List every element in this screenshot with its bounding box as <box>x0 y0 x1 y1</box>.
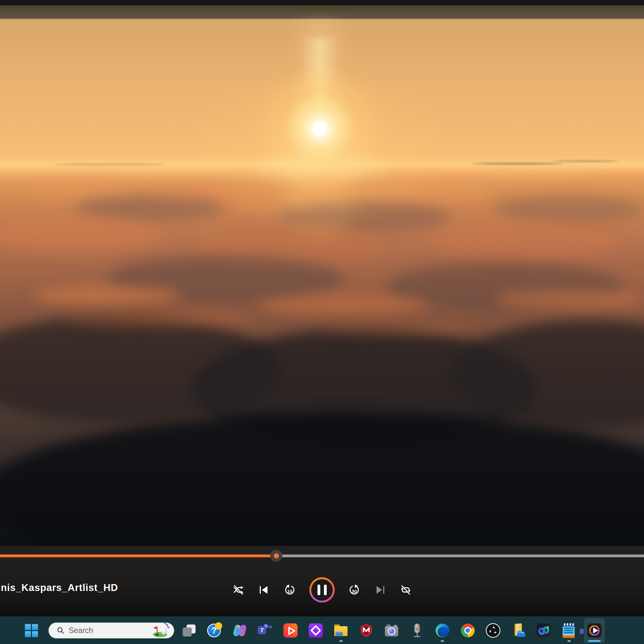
taskbar-app-chrome[interactable] <box>457 618 478 643</box>
taskbar-app-media-player-active[interactable] <box>584 618 605 643</box>
running-indicator <box>340 640 343 642</box>
shuffle-off-button[interactable] <box>232 584 245 596</box>
forward-seconds-label: 30 <box>348 589 360 594</box>
player-control-bar: inis_Kaspars_Artlist_HD <box>0 546 644 616</box>
seek-handle[interactable] <box>270 550 282 562</box>
screen: inis_Kaspars_Artlist_HD <box>0 0 644 644</box>
golf-flag-in-hole-icon <box>153 624 169 637</box>
windows-start-icon <box>24 623 39 638</box>
seek-bar[interactable] <box>0 554 644 557</box>
onedrive-folder-icon <box>511 623 526 638</box>
repeat-off-icon <box>400 584 412 596</box>
repeat-off-button[interactable] <box>399 584 412 596</box>
previous-icon <box>258 584 270 596</box>
video-frame[interactable] <box>0 5 644 546</box>
pause-icon <box>317 585 327 595</box>
seek-bar-progress <box>0 554 276 557</box>
chrome-icon <box>461 624 475 637</box>
pause-button[interactable] <box>309 577 335 603</box>
films-and-tv-icon <box>283 623 298 638</box>
notepad-icon <box>562 623 576 638</box>
taskbar-app-clipchamp[interactable] <box>305 618 326 643</box>
taskbar-app-notepad[interactable] <box>559 618 579 643</box>
shuffle-off-icon <box>232 584 244 596</box>
taskbar-app-obs-studio[interactable] <box>483 618 503 643</box>
webex-icon <box>537 623 551 638</box>
obs-studio-icon <box>486 623 500 638</box>
taskbar-start-button[interactable] <box>21 618 42 643</box>
search-input[interactable] <box>68 626 134 635</box>
taskbar-app-webex[interactable] <box>533 618 554 643</box>
clipchamp-diamond-icon <box>309 623 323 638</box>
forward-30-button[interactable]: 30 <box>348 584 360 596</box>
taskbar: ? T <box>0 616 644 644</box>
file-explorer-icon <box>334 623 348 638</box>
sound-recorder-icon <box>410 623 424 638</box>
taskbar-app-camera[interactable] <box>381 618 402 643</box>
taskbar-app-edge[interactable] <box>432 618 453 643</box>
media-player-icon <box>587 623 601 638</box>
taskbar-app-sound-recorder[interactable] <box>407 618 427 643</box>
next-button-disabled[interactable] <box>374 584 386 596</box>
running-indicator <box>568 640 571 642</box>
camera-icon <box>384 623 399 638</box>
previous-button[interactable] <box>258 584 270 596</box>
taskbar-app-films-and-tv[interactable] <box>280 618 301 643</box>
taskbar-task-view-button[interactable] <box>179 618 199 643</box>
taskbar-search-box[interactable] <box>49 623 174 638</box>
teams-icon: T <box>258 623 272 638</box>
taskbar-app-file-explorer[interactable] <box>331 618 351 643</box>
taskbar-app-teams[interactable]: T <box>255 618 275 643</box>
edge-icon <box>436 624 449 637</box>
now-playing-title: inis_Kaspars_Artlist_HD <box>0 582 118 593</box>
window-title-bar <box>0 0 644 5</box>
active-app-indicator <box>588 640 601 642</box>
running-indicator <box>441 640 444 642</box>
get-help-icon: ? <box>207 623 222 638</box>
mcafee-shield-icon <box>359 623 374 638</box>
taskbar-app-onedrive-folder[interactable] <box>508 618 529 643</box>
rewind-seconds-label: 10 <box>284 589 296 594</box>
taskbar-app-get-help[interactable]: ? <box>204 618 225 643</box>
transport-controls: 10 30 <box>232 577 412 603</box>
next-icon <box>374 584 386 596</box>
taskbar-app-mcafee[interactable] <box>356 618 377 643</box>
rewind-10-button[interactable]: 10 <box>284 584 296 596</box>
task-view-icon <box>182 623 196 638</box>
search-icon <box>57 627 64 634</box>
